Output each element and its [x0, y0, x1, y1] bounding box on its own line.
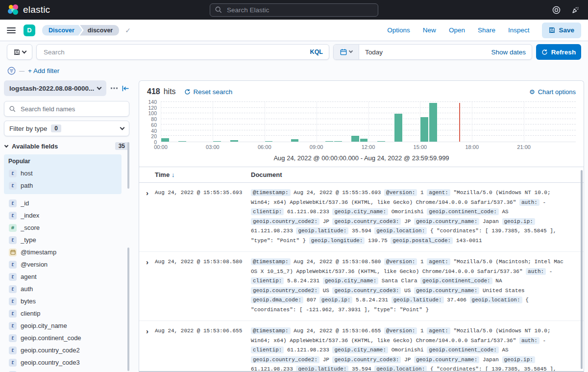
refresh-button[interactable]: Refresh — [536, 44, 581, 60]
field-search-box[interactable] — [4, 101, 129, 117]
field-search-input[interactable] — [20, 105, 124, 113]
table-scrollbar[interactable] — [581, 170, 583, 369]
field-name: geoip.country_code2 — [21, 347, 80, 354]
available-fields-header[interactable]: Available fields 35 — [4, 142, 129, 150]
histogram-bar[interactable] — [291, 139, 299, 142]
histogram-bar[interactable] — [377, 141, 386, 142]
date-range-value[interactable]: Today — [359, 49, 383, 56]
global-search[interactable] — [210, 3, 378, 17]
field-item[interactable]: t _type — [8, 234, 117, 246]
histogram-bar[interactable] — [161, 138, 170, 142]
field-item[interactable]: t _id — [8, 197, 117, 209]
histogram-plot[interactable] — [161, 102, 576, 142]
histogram-bar[interactable] — [360, 138, 368, 142]
field-item[interactable]: t geoip.continent_code — [8, 332, 117, 344]
row-document: @timestamp: Aug 24, 2022 @ 15:53:08.580 … — [251, 257, 571, 315]
field-name: bytes — [21, 298, 36, 305]
menu-hamburger-icon[interactable] — [7, 27, 16, 33]
histogram-bar[interactable] — [265, 141, 273, 142]
chevron-down-icon — [120, 125, 125, 130]
field-item[interactable]: t host — [8, 167, 117, 179]
kql-search-box[interactable]: KQL — [36, 44, 329, 60]
kql-language-button[interactable]: KQL — [310, 49, 323, 55]
saved-query-menu-button[interactable] — [7, 44, 32, 60]
share-button[interactable]: Share — [478, 26, 495, 34]
discover-main-panel: 418 hits Reset search ⚙ Chart options 02… — [139, 80, 584, 372]
kql-search-input[interactable] — [43, 48, 310, 56]
field-type-icon: t — [9, 212, 17, 220]
help-icon[interactable] — [552, 6, 561, 14]
check-icon: ✓ — [125, 26, 131, 34]
field-type-icon: t — [9, 359, 17, 367]
sort-descending-icon[interactable]: ↓ — [172, 171, 175, 178]
doc-field-key: geoip.continent_code: — [427, 208, 499, 215]
sidebar-scrollbar[interactable] — [127, 248, 129, 371]
date-picker: Today Show dates — [333, 44, 532, 60]
expand-row-icon[interactable]: › — [146, 188, 155, 198]
histogram-bar[interactable] — [351, 135, 360, 142]
boxes-horizontal-icon[interactable] — [111, 87, 118, 89]
save-button[interactable]: Save — [542, 23, 581, 38]
histogram-bar[interactable] — [325, 141, 334, 142]
histogram-bar[interactable] — [429, 102, 438, 142]
field-item[interactable]: t agent — [8, 271, 117, 283]
histogram-bar[interactable] — [178, 141, 187, 142]
time-column-header[interactable]: Time ↓ — [155, 171, 243, 178]
filter-bar: — + Add filter — [0, 63, 588, 78]
popular-fields-list: t host t path — [8, 167, 117, 192]
field-item[interactable]: t geoip.country_code2 — [8, 344, 117, 356]
filter-by-type-count-badge: 0 — [51, 124, 61, 132]
field-item[interactable]: @timestamp — [8, 246, 117, 258]
field-item[interactable]: t _index — [8, 209, 117, 222]
doc-field-key: geoip.longitude: — [309, 237, 365, 244]
expand-row-icon[interactable]: › — [146, 257, 155, 267]
date-quick-menu-button[interactable] — [334, 45, 359, 59]
add-filter-button[interactable]: + Add filter — [28, 67, 59, 74]
breadcrumb-discover-app[interactable]: Discover — [42, 25, 82, 36]
breadcrumb-discover-page[interactable]: discover — [80, 25, 119, 36]
field-item[interactable]: t auth — [8, 283, 117, 295]
filter-icon[interactable] — [7, 67, 16, 75]
collapse-sidebar-icon[interactable] — [122, 85, 129, 92]
doc-field-key: agent: — [427, 327, 450, 334]
histogram-bar[interactable] — [394, 113, 403, 142]
row-document: @timestamp: Aug 24, 2022 @ 15:53:06.655 … — [251, 326, 571, 372]
elastic-logo[interactable]: elastic — [8, 4, 50, 15]
options-button[interactable]: Options — [387, 26, 410, 34]
field-item[interactable]: t geoip.country_code3 — [8, 356, 117, 369]
newsfeed-icon[interactable] — [571, 6, 580, 14]
doc-field-key: auth: — [519, 199, 539, 206]
new-button[interactable]: New — [423, 26, 436, 34]
chart-options-button[interactable]: ⚙ Chart options — [529, 88, 576, 96]
histogram-bar[interactable] — [230, 140, 239, 142]
field-item[interactable]: t bytes — [8, 295, 117, 307]
space-avatar[interactable]: D — [24, 25, 35, 36]
expand-row-icon[interactable]: › — [146, 326, 155, 336]
index-pattern-select[interactable]: logstash-2022.08.08-0000... — [4, 80, 106, 96]
sidebar-scrollbar[interactable] — [127, 142, 129, 189]
document-column-header: Document — [251, 171, 577, 178]
field-type-icon: t — [9, 310, 17, 318]
histogram-bar[interactable] — [213, 141, 221, 142]
field-item[interactable]: t path — [8, 179, 117, 192]
doc-field-key: clientip: — [251, 347, 284, 353]
field-item[interactable]: t @version — [8, 258, 117, 271]
field-item[interactable]: # _score — [8, 222, 117, 234]
doc-field-key: geoip.latitude: — [392, 297, 444, 303]
global-search-input[interactable] — [226, 6, 373, 14]
reset-search-button[interactable]: Reset search — [184, 88, 233, 96]
open-button[interactable]: Open — [449, 26, 465, 34]
doc-field-key: geoip.country_name: — [414, 218, 479, 225]
filter-by-type-select[interactable]: Filter by type 0 — [4, 121, 129, 136]
field-type-icon: t — [9, 236, 17, 244]
inspect-button[interactable]: Inspect — [508, 26, 530, 34]
available-fields-label: Available fields — [12, 143, 58, 150]
x-tick-label: 06:00 — [258, 144, 271, 150]
field-item[interactable]: t geoip.country_name — [8, 369, 117, 372]
show-dates-button[interactable]: Show dates — [491, 49, 532, 56]
histogram-bar[interactable] — [420, 117, 429, 142]
histogram-bar[interactable] — [334, 141, 343, 142]
field-item[interactable]: t clientip — [8, 307, 117, 320]
chevron-down-icon — [4, 143, 8, 147]
field-item[interactable]: t geoip.city_name — [8, 320, 117, 332]
